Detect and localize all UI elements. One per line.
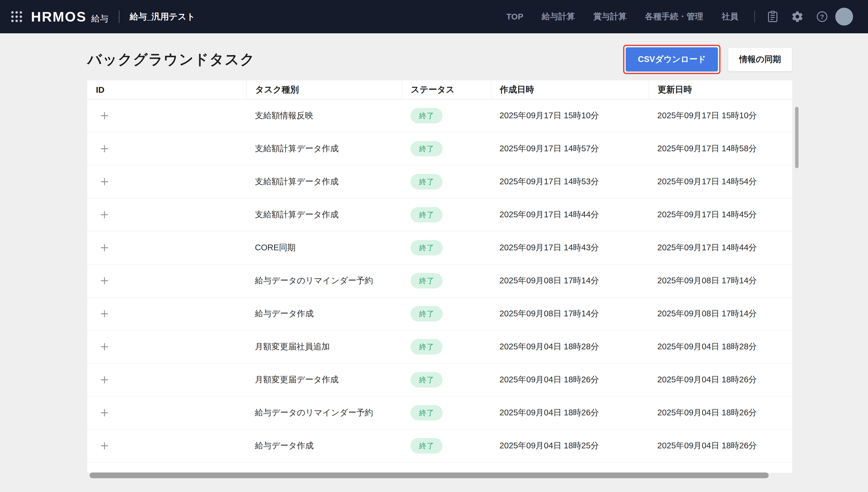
expand-row-button[interactable] — [98, 308, 111, 320]
nav-item-payroll[interactable]: 給与計算 — [542, 11, 575, 22]
column-header-updated: 更新日時 — [649, 80, 792, 99]
expand-row-button[interactable] — [98, 241, 111, 254]
id-cell — [87, 308, 246, 320]
status-badge: 終了 — [411, 174, 443, 190]
created-at-cell: 2025年09月04日 18時25分 — [491, 440, 649, 451]
table-row: 支給額計算データ作成 終了 2025年09月17日 14時57分 2025年09… — [87, 132, 792, 165]
id-cell — [87, 373, 246, 386]
logo-text: HRMOS — [31, 9, 87, 25]
nav-item-employees[interactable]: 社員 — [722, 11, 738, 22]
expand-row-button[interactable] — [98, 340, 111, 353]
table-row: 支給額計算データ作成 終了 2025年09月17日 14時44分 2025年09… — [87, 198, 792, 231]
csv-button-highlight-annotation: CSVダウンロード — [623, 45, 720, 74]
updated-at-cell: 2025年09月08日 17時14分 — [649, 275, 792, 287]
updated-at-cell: 2025年09月17日 14時44分 — [649, 242, 792, 253]
table-row: CORE同期 終了 2025年09月17日 14時43分 2025年09月17日… — [87, 231, 792, 264]
table-row: 支給額情報反映 終了 2025年09月17日 15時10分 2025年09月17… — [87, 99, 792, 132]
apps-grid-icon[interactable] — [10, 10, 23, 23]
table-row: 月額変更届社員追加 終了 2025年09月04日 18時28分 2025年09月… — [87, 330, 792, 363]
created-at-cell: 2025年09月17日 14時57分 — [491, 143, 649, 154]
nav-item-bonus[interactable]: 賞与計算 — [593, 11, 627, 22]
status-badge: 終了 — [411, 141, 443, 156]
workspace-name: 給与_汎用テスト — [130, 11, 196, 23]
task-type-cell: CORE同期 — [246, 242, 402, 253]
updated-at-cell: 2025年09月17日 14時54分 — [649, 176, 792, 188]
task-type-cell: 支給額情報反映 — [246, 110, 402, 121]
updated-at-cell: 2025年09月17日 15時10分 — [649, 110, 792, 121]
settings-gear-icon[interactable] — [791, 10, 804, 23]
expand-row-button[interactable] — [98, 407, 111, 419]
updated-at-cell: 2025年09月04日 18時26分 — [649, 407, 792, 419]
updated-at-cell: 2025年09月17日 14時45分 — [649, 209, 792, 220]
task-type-cell: 月額変更届データ作成 — [246, 374, 402, 386]
status-badge: 終了 — [411, 207, 443, 222]
help-icon[interactable]: ? — [816, 10, 828, 23]
horizontal-scrollbar-thumb[interactable] — [90, 472, 769, 478]
top-nav: TOP 給与計算 賞与計算 各種手続・管理 社員 — [506, 11, 738, 22]
user-avatar[interactable] — [835, 8, 853, 26]
task-type-cell: 給与データ作成 — [246, 308, 402, 319]
top-bar: HRMOS 給与 給与_汎用テスト TOP 給与計算 賞与計算 各種手続・管理 … — [0, 0, 868, 33]
updated-at-cell: 2025年09月04日 18時26分 — [649, 374, 792, 386]
status-cell: 終了 — [402, 240, 491, 255]
updated-at-cell: 2025年09月17日 14時58分 — [649, 143, 792, 154]
created-at-cell: 2025年09月08日 17時14分 — [491, 275, 649, 287]
table-row: 月額変更届データ作成 終了 2025年09月04日 18時26分 2025年09… — [87, 363, 792, 396]
status-badge: 終了 — [411, 273, 443, 289]
expand-row-button[interactable] — [98, 175, 111, 188]
page-header: バックグラウンドタスク CSVダウンロード 情報の同期 — [87, 45, 792, 74]
expand-row-button[interactable] — [98, 109, 111, 122]
nav-item-procedures[interactable]: 各種手続・管理 — [645, 11, 703, 22]
column-header-id: ID — [87, 80, 246, 99]
main-content: バックグラウンドタスク CSVダウンロード 情報の同期 ID タスク種別 ステー… — [0, 33, 868, 473]
id-cell — [87, 208, 246, 221]
id-cell — [87, 109, 246, 122]
expand-row-button[interactable] — [98, 142, 111, 155]
status-badge: 終了 — [411, 438, 443, 453]
task-type-cell: 給与データのリマインダー予約 — [246, 275, 402, 287]
created-at-cell: 2025年09月17日 14時44分 — [491, 209, 649, 220]
column-header-task-type: タスク種別 — [246, 80, 402, 99]
id-cell — [87, 407, 246, 419]
topbar-icons: ? — [766, 10, 828, 23]
expand-row-button[interactable] — [98, 440, 111, 452]
logo-suffix: 給与 — [91, 13, 108, 25]
status-badge: 終了 — [411, 372, 443, 388]
updated-at-cell: 2025年09月04日 18時28分 — [649, 341, 792, 352]
expand-row-button[interactable] — [98, 274, 111, 287]
expand-row-button[interactable] — [98, 208, 111, 221]
status-badge: 終了 — [411, 339, 443, 354]
hrmos-logo[interactable]: HRMOS 給与 — [31, 9, 108, 25]
sync-info-button[interactable]: 情報の同期 — [728, 47, 792, 72]
page-title: バックグラウンドタスク — [87, 50, 255, 69]
id-cell — [87, 440, 246, 452]
id-cell — [87, 175, 246, 188]
vertical-scrollbar-thumb[interactable] — [795, 107, 798, 168]
expand-row-button[interactable] — [98, 373, 111, 386]
id-cell — [87, 241, 246, 254]
table-row: 給与データ作成 終了 2025年09月08日 17時14分 2025年09月08… — [87, 297, 792, 330]
column-header-status: ステータス — [402, 80, 491, 99]
tasks-clipboard-icon[interactable] — [766, 10, 779, 23]
table-body: 支給額情報反映 終了 2025年09月17日 15時10分 2025年09月17… — [87, 99, 792, 463]
status-badge: 終了 — [411, 405, 443, 420]
created-at-cell: 2025年09月04日 18時28分 — [491, 341, 649, 352]
svg-text:?: ? — [820, 13, 824, 20]
status-cell: 終了 — [402, 339, 491, 354]
table-row-partial — [87, 463, 792, 473]
task-type-cell: 給与データ作成 — [246, 440, 402, 451]
nav-item-top[interactable]: TOP — [506, 12, 523, 22]
task-type-cell: 支給額計算データ作成 — [246, 209, 402, 220]
task-type-cell: 支給額計算データ作成 — [246, 176, 402, 188]
updated-at-cell: 2025年09月08日 17時14分 — [649, 308, 792, 319]
csv-download-button[interactable]: CSVダウンロード — [626, 47, 718, 72]
task-type-cell: 支給額計算データ作成 — [246, 143, 402, 154]
id-cell — [87, 274, 246, 287]
status-cell: 終了 — [402, 273, 491, 289]
status-badge: 終了 — [411, 108, 443, 123]
status-cell: 終了 — [402, 174, 491, 190]
status-cell: 終了 — [402, 207, 491, 222]
table-header-row: ID タスク種別 ステータス 作成日時 更新日時 — [87, 80, 792, 99]
id-cell — [87, 142, 246, 155]
topbar-divider — [119, 10, 119, 23]
